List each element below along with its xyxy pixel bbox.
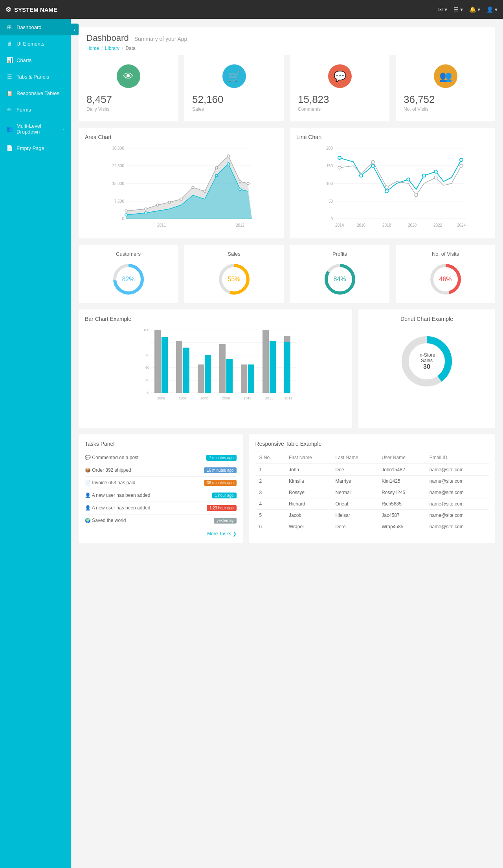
svg-rect-88 (219, 344, 226, 393)
charts-row: Area Chart 30,000 22,500 15,000 7,500 0 … (79, 128, 495, 238)
table-cell: Hielsar (332, 510, 378, 521)
svg-text:30,000: 30,000 (112, 146, 124, 150)
mail-icon-btn[interactable]: ✉ ▾ (438, 6, 447, 13)
stat-card-visits: 👁 8,457 Daily Visits (79, 55, 178, 121)
sidebar-item-forms[interactable]: ✏ Forms (0, 101, 71, 118)
stat-card-sales: 🛒 52,160 Sales (184, 55, 284, 121)
donut-label-profits: 84% (333, 276, 346, 283)
more-tasks-link[interactable]: More Tasks ❯ (85, 531, 237, 537)
svg-point-22 (227, 155, 229, 157)
table-cell: John15482 (378, 464, 426, 476)
svg-point-54 (338, 166, 341, 169)
table-cell: John (285, 464, 332, 476)
svg-text:2024: 2024 (457, 223, 466, 227)
svg-text:0: 0 (122, 217, 124, 221)
comments-icon: 💬 (328, 64, 352, 88)
responsive-table: S No. First Name Last Name User Name Ema… (255, 452, 489, 532)
svg-point-21 (215, 167, 218, 169)
sidebar-item-tabs[interactable]: ☰ Tabs & Panels (0, 68, 71, 85)
donut-title-profits: Profits (332, 251, 347, 257)
table-cell: Wrap4585 (378, 521, 426, 533)
svg-text:50: 50 (145, 366, 149, 370)
table-row: 4RichardOriealRich5685name@site.com (255, 498, 489, 510)
table-title: Responsive Table Example (255, 441, 489, 447)
task-text-3: 👤 A new user has been added (85, 493, 209, 498)
table-row: 3RossyeNermalRossy1245name@site.com (255, 487, 489, 498)
table-header-row: S No. First Name Last Name User Name Ema… (255, 452, 489, 464)
task-item-0: 💬 Commented on a post 7 minutes ago (85, 452, 237, 464)
svg-text:100: 100 (326, 181, 333, 186)
line-chart-card: Line Chart 200 150 100 50 0 2014 2016 20… (290, 128, 495, 238)
svg-point-48 (371, 164, 374, 167)
empty-icon: 📄 (6, 145, 13, 151)
table-cell: name@site.com (426, 487, 489, 498)
breadcrumb-home[interactable]: Home (86, 46, 99, 51)
task-icon-0: 💬 (85, 455, 92, 460)
dropdown-icon: 👥 (6, 126, 13, 132)
menu-icon-btn[interactable]: ☰ ▾ (453, 6, 463, 13)
table-cell: Marriye (332, 476, 378, 487)
gear-icon: ⚙ (6, 6, 11, 13)
donut-label-sales: 55% (228, 276, 240, 283)
col-username: User Name (378, 452, 426, 464)
svg-text:2022: 2022 (433, 223, 442, 227)
page-title: Dashboard Summary of your App (86, 33, 187, 43)
donut-title-sales: Sales (228, 251, 240, 257)
table-icon: 📋 (6, 90, 13, 96)
donut-label-customers: 82% (122, 276, 134, 283)
svg-point-25 (125, 214, 127, 216)
sidebar-item-dashboard[interactable]: ⊞ Dashboard (0, 19, 71, 35)
bar-chart-card: Bar Chart Example 100 75 50 25 0 (79, 309, 352, 428)
svg-point-58 (434, 176, 437, 179)
donut-chart-sales: 55% (217, 262, 252, 297)
task-item-5: 🌍 Saved the world yesterday (85, 515, 237, 527)
donut-chart-novisits: 46% (428, 262, 463, 297)
novisits-value: 36,752 (404, 93, 435, 106)
table-row: 6WrapelDereWrap4585name@site.com (255, 521, 489, 533)
svg-point-23 (239, 180, 241, 183)
breadcrumb-library[interactable]: Library (105, 46, 119, 51)
svg-rect-89 (226, 359, 233, 393)
sidebar-item-tables[interactable]: 📋 Responsive Tables (0, 85, 71, 101)
table-cell: Rossy1245 (378, 487, 426, 498)
table-body: 1JohnDoeJohn15482name@site.com2KimsilaMa… (255, 464, 489, 532)
sidebar-toggle[interactable]: › (71, 24, 79, 35)
brand: ⚙ SYSTEM NAME (6, 6, 76, 13)
sidebar-item-dropdown[interactable]: 👥 Multi-Level Dropdown ‹ (0, 118, 71, 140)
table-row: 2KimsilaMarriyeKim1425name@site.com (255, 476, 489, 487)
table-cell: name@site.com (426, 476, 489, 487)
svg-text:2009: 2009 (222, 396, 230, 400)
svg-point-15 (145, 208, 147, 210)
sales-icon: 🛒 (222, 64, 246, 88)
stat-card-novisits: 👥 36,752 No. of Visits (396, 55, 495, 121)
svg-point-56 (385, 186, 388, 189)
svg-point-18 (180, 198, 182, 200)
svg-point-49 (385, 190, 388, 193)
col-email: Email ID. (426, 452, 489, 464)
dashboard-icon: ⊞ (6, 24, 13, 30)
forms-icon: ✏ (6, 106, 13, 113)
svg-point-20 (204, 190, 206, 192)
svg-text:0: 0 (147, 391, 149, 395)
ui-icon: 🖥 (6, 40, 13, 47)
area-chart-svg: 30,000 22,500 15,000 7,500 0 2011 2012 (85, 144, 277, 231)
task-item-2: 📄 Invoice 653 has paid 36 minutes ago (85, 477, 237, 489)
user-icon-btn[interactable]: 👤 ▾ (486, 6, 497, 13)
task-text-1: 📦 Order 392 shipped (85, 467, 201, 473)
donut-label: In-Store Sales (413, 352, 441, 363)
table-cell: Orieal (332, 498, 378, 510)
svg-text:2016: 2016 (357, 223, 366, 227)
svg-text:25: 25 (145, 378, 149, 382)
svg-point-28 (227, 163, 229, 165)
svg-point-59 (460, 164, 463, 167)
sidebar-item-charts[interactable]: 📊 Charts (0, 52, 71, 68)
donut-row: Customers 82% Sales 55% (79, 245, 495, 303)
table-cell: Nermal (332, 487, 378, 498)
donut-chart-customers: 82% (111, 262, 146, 297)
sidebar-item-empty[interactable]: 📄 Empty Page (0, 140, 71, 156)
svg-text:22,500: 22,500 (112, 164, 124, 168)
bell-icon-btn[interactable]: 🔔 ▾ (469, 6, 480, 13)
sales-label: Sales (192, 106, 204, 112)
sidebar-item-ui-elements[interactable]: 🖥 UI Elements (0, 35, 71, 52)
svg-text:2008: 2008 (200, 396, 208, 400)
